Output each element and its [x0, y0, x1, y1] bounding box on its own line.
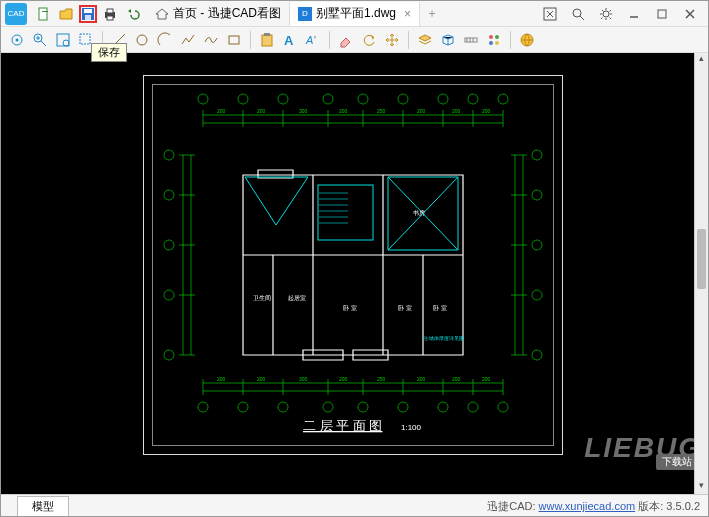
erase-icon[interactable]	[336, 30, 356, 50]
tab-home[interactable]: 首页 - 迅捷CAD看图	[147, 2, 290, 26]
svg-text:200: 200	[482, 376, 491, 382]
svg-point-58	[498, 94, 508, 104]
svg-point-74	[358, 402, 368, 412]
scrollbar-thumb[interactable]	[697, 229, 706, 289]
svg-point-70	[198, 402, 208, 412]
svg-point-71	[238, 402, 248, 412]
tab-close-icon[interactable]: ×	[404, 7, 411, 21]
scroll-down-icon[interactable]: ▾	[695, 480, 708, 494]
svg-text:200: 200	[417, 376, 426, 382]
layer-icon[interactable]	[415, 30, 435, 50]
svg-text:书房: 书房	[413, 209, 425, 216]
polyline-icon[interactable]	[178, 30, 198, 50]
drawing-frame: 卫生间 起居室 卧 室 卧 室 卧 室 书房 注:墙体厚度详见图 二 层 平 面…	[143, 75, 563, 455]
tab-model[interactable]: 模型	[17, 496, 69, 516]
svg-text:200: 200	[452, 108, 461, 114]
status-bar: 模型 迅捷CAD: www.xunjiecad.com 版本: 3.5.0.2	[1, 494, 708, 516]
print-icon[interactable]	[101, 5, 119, 23]
zoom-icon[interactable]	[566, 5, 590, 23]
svg-text:200: 200	[257, 108, 266, 114]
close-icon[interactable]	[678, 5, 702, 23]
svg-text:300: 300	[299, 376, 308, 382]
scroll-up-icon[interactable]: ▴	[695, 53, 708, 67]
open-icon[interactable]	[57, 5, 75, 23]
paste-icon[interactable]	[257, 30, 277, 50]
svg-line-10	[580, 16, 584, 20]
undo-icon[interactable]	[123, 5, 141, 23]
svg-point-24	[137, 35, 147, 45]
svg-rect-26	[262, 35, 272, 46]
zoom-window-icon[interactable]	[30, 30, 50, 50]
svg-point-73	[323, 402, 333, 412]
svg-point-102	[532, 350, 542, 360]
svg-point-55	[398, 94, 408, 104]
svg-text:注:墙体厚度详见图: 注:墙体厚度详见图	[423, 335, 464, 341]
tooltip-save: 保存	[91, 43, 127, 62]
text-style-icon[interactable]: A'	[303, 30, 323, 50]
svg-point-75	[398, 402, 408, 412]
svg-rect-7	[107, 16, 113, 20]
svg-text:卫生间: 卫生间	[253, 295, 271, 301]
home-icon	[155, 7, 169, 21]
svg-rect-4	[85, 15, 91, 20]
circle-icon[interactable]	[132, 30, 152, 50]
tab-file[interactable]: D 别墅平面1.dwg ×	[290, 2, 420, 26]
pan-icon[interactable]	[7, 30, 27, 50]
svg-text:200: 200	[339, 376, 348, 382]
svg-rect-22	[80, 34, 90, 44]
svg-text:200: 200	[339, 108, 348, 114]
svg-point-57	[468, 94, 478, 104]
svg-text:1:100: 1:100	[401, 423, 422, 432]
svg-text:200: 200	[217, 108, 226, 114]
drawing-canvas[interactable]: 卫生间 起居室 卧 室 卧 室 卧 室 书房 注:墙体厚度详见图 二 层 平 面…	[1, 53, 708, 494]
svg-rect-6	[107, 9, 113, 13]
tools-icon[interactable]	[484, 30, 504, 50]
tab-add-button[interactable]: ＋	[420, 5, 444, 22]
window-controls	[536, 5, 704, 23]
block-icon[interactable]	[438, 30, 458, 50]
zoom-extents-icon[interactable]	[53, 30, 73, 50]
svg-point-21	[63, 40, 69, 46]
svg-text:200: 200	[217, 376, 226, 382]
svg-text:卧 室: 卧 室	[343, 304, 357, 311]
svg-text:200: 200	[482, 108, 491, 114]
tab-home-label: 首页 - 迅捷CAD看图	[173, 5, 281, 22]
svg-rect-3	[84, 9, 92, 13]
gear-icon[interactable]	[594, 5, 618, 23]
globe-icon[interactable]	[517, 30, 537, 50]
svg-text:卧 室: 卧 室	[398, 304, 412, 311]
svg-point-101	[532, 290, 542, 300]
svg-point-76	[438, 402, 448, 412]
spline-icon[interactable]	[201, 30, 221, 50]
status-version: 迅捷CAD: www.xunjiecad.com 版本: 3.5.0.2	[487, 499, 700, 514]
svg-point-35	[495, 35, 499, 39]
save-button[interactable]	[79, 5, 97, 23]
svg-point-72	[278, 402, 288, 412]
minimize-icon[interactable]	[622, 5, 646, 23]
text-icon[interactable]: A	[280, 30, 300, 50]
svg-point-51	[238, 94, 248, 104]
maximize-icon[interactable]	[650, 5, 674, 23]
titlebar: CAD 首页 - 迅捷CAD看图 D 别墅平面1.dwg × ＋	[1, 1, 708, 27]
svg-point-77	[468, 402, 478, 412]
svg-point-53	[323, 94, 333, 104]
svg-point-34	[489, 35, 493, 39]
svg-point-99	[532, 190, 542, 200]
rotate-icon[interactable]	[359, 30, 379, 50]
svg-point-54	[358, 94, 368, 104]
new-icon[interactable]	[35, 5, 53, 23]
brand-link[interactable]: www.xunjiecad.com	[539, 500, 636, 512]
fit-extent-icon[interactable]	[538, 5, 562, 23]
svg-text:200: 200	[257, 376, 266, 382]
measure-icon[interactable]	[461, 30, 481, 50]
svg-text:250: 250	[377, 108, 386, 114]
svg-text:卧 室: 卧 室	[433, 304, 447, 311]
svg-line-17	[41, 41, 46, 46]
dwg-icon: D	[298, 7, 312, 21]
move-icon[interactable]	[382, 30, 402, 50]
rect-icon[interactable]	[224, 30, 244, 50]
svg-point-56	[438, 94, 448, 104]
svg-rect-0	[39, 8, 47, 20]
arc-icon[interactable]	[155, 30, 175, 50]
vertical-scrollbar[interactable]: ▴ ▾	[694, 53, 708, 494]
